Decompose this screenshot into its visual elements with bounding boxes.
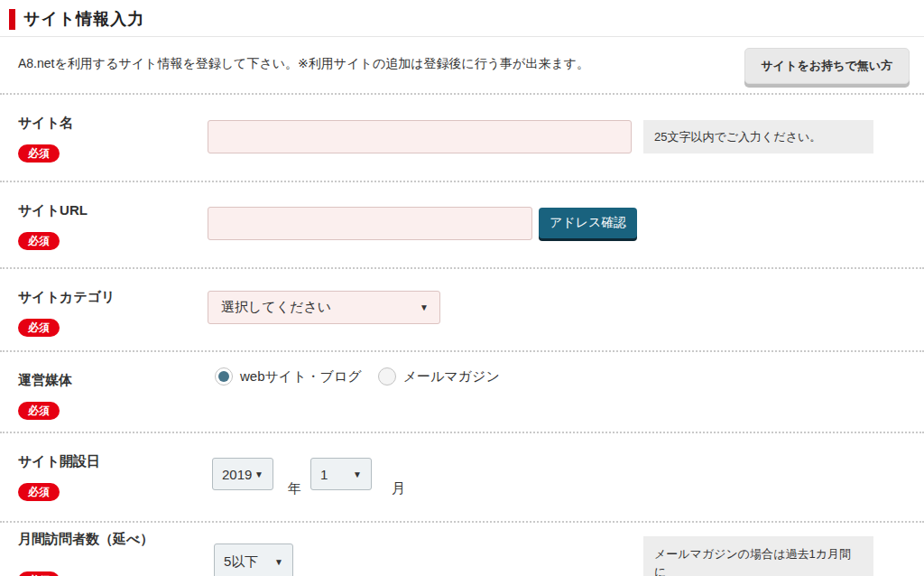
label-column: サイトURL 必須 <box>18 182 208 267</box>
required-badge: 必須 <box>18 571 60 576</box>
dropdown-arrow-icon: ▼ <box>254 469 263 479</box>
form-row-launch-date: サイト開設日 必須 2019 ▼ 年 1 ▼ 月 <box>0 432 924 521</box>
required-badge: 必須 <box>18 319 60 337</box>
site-category-select[interactable]: 選択してください ▼ <box>208 291 440 324</box>
content-column: 5以下 ▼ メールマガジンの場合は過去1カ月間に 発行したメールの回数 <box>208 523 924 576</box>
note-line-1: メールマガジンの場合は過去1カ月間に <box>654 545 863 576</box>
required-badge: 必須 <box>18 483 60 501</box>
monthly-visitors-value: 5以下 <box>224 553 258 571</box>
month-suffix-label: 月 <box>392 480 405 497</box>
form-row-site-name: サイト名 必須 25文字以内でご入力ください。 <box>0 93 924 181</box>
monthly-visitors-note: メールマガジンの場合は過去1カ月間に 発行したメールの回数 <box>643 536 873 576</box>
launch-year-value: 2019 <box>222 467 252 482</box>
form-row-monthly-visitors: 月間訪問者数（延べ） 必須 5以下 ▼ メールマガジンの場合は過去1カ月間に 発… <box>0 521 924 576</box>
description-row: A8.netを利用するサイト情報を登録して下さい。※利用サイトの追加は登録後に行… <box>0 37 924 84</box>
field-label-launch-date: サイト開設日 <box>18 453 208 470</box>
form-row-media-type: 運営媒体 必須 webサイト・ブログ メールマガジン <box>0 350 924 432</box>
launch-month-value: 1 <box>320 467 328 482</box>
content-column: 2019 ▼ 年 1 ▼ 月 <box>208 433 924 521</box>
page-description: A8.netを利用するサイト情報を登録して下さい。※利用サイトの追加は登録後に行… <box>18 48 589 72</box>
content-column: 選択してください ▼ <box>208 269 924 350</box>
year-suffix-label: 年 <box>288 480 301 497</box>
radio-label-website-blog: webサイト・ブログ <box>240 368 362 386</box>
site-name-note: 25文字以内でご入力ください。 <box>643 120 873 153</box>
dropdown-arrow-icon: ▼ <box>274 557 283 567</box>
radio-option-mail-magazine[interactable]: メールマガジン <box>378 367 500 386</box>
radio-option-website-blog[interactable]: webサイト・ブログ <box>215 367 362 386</box>
site-name-input[interactable] <box>208 120 632 153</box>
content-column: 25文字以内でご入力ください。 <box>208 95 924 181</box>
page-title: サイト情報入力 <box>23 8 144 30</box>
label-column: 運営媒体 必須 <box>18 352 208 432</box>
address-check-button[interactable]: アドレス確認 <box>539 208 637 238</box>
launch-year-select[interactable]: 2019 ▼ <box>212 458 273 490</box>
red-accent-bar <box>9 9 15 30</box>
label-column: サイト名 必須 <box>18 95 208 181</box>
monthly-visitors-select[interactable]: 5以下 ▼ <box>214 543 293 576</box>
radio-label-mail-magazine: メールマガジン <box>403 368 500 386</box>
radio-button-mail-magazine[interactable] <box>378 367 396 386</box>
launch-month-select[interactable]: 1 ▼ <box>310 458 372 490</box>
required-badge: 必須 <box>18 232 60 250</box>
field-label-site-category: サイトカテゴリ <box>18 289 208 306</box>
content-column: アドレス確認 <box>208 182 924 267</box>
label-column: サイトカテゴリ 必須 <box>18 269 208 350</box>
field-label-site-name: サイト名 <box>18 115 208 132</box>
page-header: サイト情報入力 A8.netを利用するサイト情報を登録して下さい。※利用サイトの… <box>0 0 924 93</box>
field-label-site-url: サイトURL <box>18 202 208 219</box>
site-info-form-page: サイト情報入力 A8.netを利用するサイト情報を登録して下さい。※利用サイトの… <box>0 0 924 576</box>
form-row-site-url: サイトURL 必須 アドレス確認 <box>0 181 924 267</box>
title-row: サイト情報入力 <box>0 0 924 37</box>
required-badge: 必須 <box>18 402 60 420</box>
dropdown-arrow-icon: ▼ <box>353 469 362 479</box>
site-url-input[interactable] <box>208 207 532 240</box>
site-category-select-value: 選択してください <box>221 299 331 316</box>
content-column: webサイト・ブログ メールマガジン <box>208 352 924 432</box>
radio-button-website-blog[interactable] <box>215 367 233 386</box>
dropdown-arrow-icon: ▼ <box>420 302 429 312</box>
form-row-site-category: サイトカテゴリ 必須 選択してください ▼ <box>0 267 924 350</box>
required-badge: 必須 <box>18 144 60 163</box>
field-label-monthly-visitors: 月間訪問者数（延べ） <box>18 531 208 548</box>
no-site-button[interactable]: サイトをお持ちで無い方 <box>744 48 910 84</box>
label-column: サイト開設日 必須 <box>18 433 208 521</box>
field-label-media-type: 運営媒体 <box>18 372 208 389</box>
label-column: 月間訪問者数（延べ） 必須 <box>18 523 208 576</box>
